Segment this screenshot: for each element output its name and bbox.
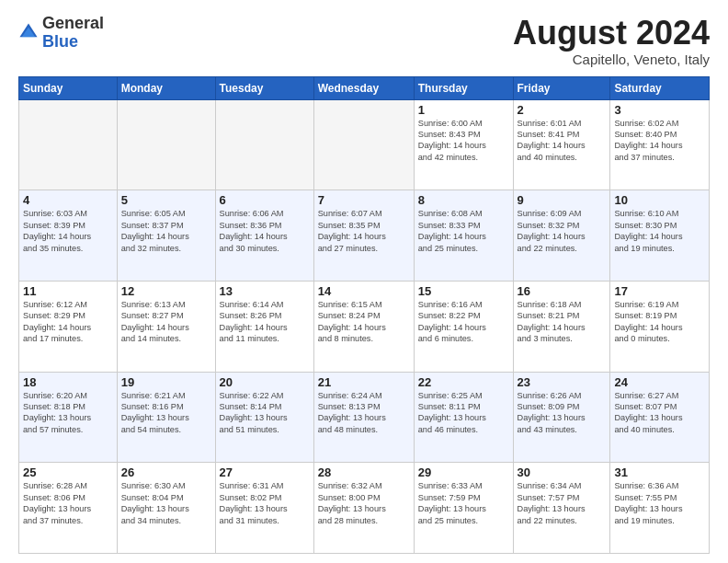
calendar-header: Sunday Monday Tuesday Wednesday Thursday… xyxy=(19,76,710,99)
header: General Blue August 2024 Capitello, Vene… xyxy=(18,15,710,67)
day-number: 10 xyxy=(614,193,705,207)
day-info: Sunrise: 6:16 AM Sunset: 8:22 PM Dayligh… xyxy=(418,299,509,345)
table-row: 12Sunrise: 6:13 AM Sunset: 8:27 PM Dayli… xyxy=(117,281,215,372)
day-number: 24 xyxy=(614,375,705,389)
day-number: 26 xyxy=(121,465,211,479)
table-row: 18Sunrise: 6:20 AM Sunset: 8:18 PM Dayli… xyxy=(19,372,118,463)
day-number: 3 xyxy=(614,103,705,117)
table-row: 24Sunrise: 6:27 AM Sunset: 8:07 PM Dayli… xyxy=(610,372,710,463)
day-info: Sunrise: 6:15 AM Sunset: 8:24 PM Dayligh… xyxy=(318,299,410,345)
day-info: Sunrise: 6:06 AM Sunset: 8:36 PM Dayligh… xyxy=(220,208,310,254)
day-number: 21 xyxy=(318,375,410,389)
table-row xyxy=(313,99,414,190)
day-number: 17 xyxy=(614,284,705,298)
day-info: Sunrise: 6:03 AM Sunset: 8:39 PM Dayligh… xyxy=(23,208,113,254)
table-row: 5Sunrise: 6:05 AM Sunset: 8:37 PM Daylig… xyxy=(117,190,215,282)
day-number: 31 xyxy=(614,465,705,479)
day-info: Sunrise: 6:13 AM Sunset: 8:27 PM Dayligh… xyxy=(121,299,211,345)
day-number: 20 xyxy=(220,375,310,389)
day-info: Sunrise: 6:27 AM Sunset: 8:07 PM Dayligh… xyxy=(614,390,705,436)
day-number: 18 xyxy=(23,375,113,389)
table-row: 27Sunrise: 6:31 AM Sunset: 8:02 PM Dayli… xyxy=(215,463,313,554)
day-number: 8 xyxy=(418,193,509,207)
day-info: Sunrise: 6:24 AM Sunset: 8:13 PM Dayligh… xyxy=(318,390,410,436)
day-info: Sunrise: 6:05 AM Sunset: 8:37 PM Dayligh… xyxy=(121,208,211,254)
day-number: 13 xyxy=(220,284,310,298)
day-number: 11 xyxy=(23,284,113,298)
col-sunday: Sunday xyxy=(19,76,118,99)
day-info: Sunrise: 6:10 AM Sunset: 8:30 PM Dayligh… xyxy=(614,208,705,254)
calendar-body: 1Sunrise: 6:00 AM Sunset: 8:43 PM Daylig… xyxy=(19,99,710,553)
page: General Blue August 2024 Capitello, Vene… xyxy=(0,0,728,563)
day-number: 27 xyxy=(220,465,310,479)
day-info: Sunrise: 6:32 AM Sunset: 8:00 PM Dayligh… xyxy=(318,480,410,526)
day-info: Sunrise: 6:34 AM Sunset: 7:57 PM Dayligh… xyxy=(518,480,607,526)
day-info: Sunrise: 6:12 AM Sunset: 8:29 PM Dayligh… xyxy=(23,299,113,345)
table-row: 4Sunrise: 6:03 AM Sunset: 8:39 PM Daylig… xyxy=(19,190,118,282)
day-info: Sunrise: 6:30 AM Sunset: 8:04 PM Dayligh… xyxy=(121,480,211,526)
day-info: Sunrise: 6:22 AM Sunset: 8:14 PM Dayligh… xyxy=(220,390,310,436)
table-row: 9Sunrise: 6:09 AM Sunset: 8:32 PM Daylig… xyxy=(513,190,610,282)
day-info: Sunrise: 6:21 AM Sunset: 8:16 PM Dayligh… xyxy=(121,390,211,436)
day-number: 1 xyxy=(418,103,509,117)
col-tuesday: Tuesday xyxy=(215,76,313,99)
table-row: 19Sunrise: 6:21 AM Sunset: 8:16 PM Dayli… xyxy=(117,372,215,463)
week-row-2: 11Sunrise: 6:12 AM Sunset: 8:29 PM Dayli… xyxy=(19,281,710,372)
table-row: 22Sunrise: 6:25 AM Sunset: 8:11 PM Dayli… xyxy=(414,372,513,463)
table-row: 30Sunrise: 6:34 AM Sunset: 7:57 PM Dayli… xyxy=(513,463,610,554)
week-row-1: 4Sunrise: 6:03 AM Sunset: 8:39 PM Daylig… xyxy=(19,190,710,282)
day-info: Sunrise: 6:14 AM Sunset: 8:26 PM Dayligh… xyxy=(220,299,310,345)
table-row: 31Sunrise: 6:36 AM Sunset: 7:55 PM Dayli… xyxy=(610,463,710,554)
day-number: 14 xyxy=(318,284,410,298)
logo: General Blue xyxy=(18,15,104,52)
title-block: August 2024 Capitello, Veneto, Italy xyxy=(513,15,710,67)
day-number: 30 xyxy=(518,465,607,479)
day-info: Sunrise: 6:25 AM Sunset: 8:11 PM Dayligh… xyxy=(418,390,509,436)
logo-blue: Blue xyxy=(42,32,78,51)
table-row: 26Sunrise: 6:30 AM Sunset: 8:04 PM Dayli… xyxy=(117,463,215,554)
day-info: Sunrise: 6:36 AM Sunset: 7:55 PM Dayligh… xyxy=(614,480,705,526)
day-info: Sunrise: 6:01 AM Sunset: 8:41 PM Dayligh… xyxy=(518,118,607,164)
day-info: Sunrise: 6:31 AM Sunset: 8:02 PM Dayligh… xyxy=(220,480,310,526)
col-thursday: Thursday xyxy=(414,76,513,99)
table-row: 14Sunrise: 6:15 AM Sunset: 8:24 PM Dayli… xyxy=(313,281,414,372)
day-number: 9 xyxy=(518,193,607,207)
day-number: 19 xyxy=(121,375,211,389)
day-number: 5 xyxy=(121,193,211,207)
day-number: 25 xyxy=(23,465,113,479)
week-row-3: 18Sunrise: 6:20 AM Sunset: 8:18 PM Dayli… xyxy=(19,372,710,463)
table-row xyxy=(117,99,215,190)
col-monday: Monday xyxy=(117,76,215,99)
day-info: Sunrise: 6:18 AM Sunset: 8:21 PM Dayligh… xyxy=(518,299,607,345)
day-info: Sunrise: 6:28 AM Sunset: 8:06 PM Dayligh… xyxy=(23,480,113,526)
day-info: Sunrise: 6:26 AM Sunset: 8:09 PM Dayligh… xyxy=(518,390,607,436)
table-row: 6Sunrise: 6:06 AM Sunset: 8:36 PM Daylig… xyxy=(215,190,313,282)
day-number: 29 xyxy=(418,465,509,479)
day-number: 6 xyxy=(220,193,310,207)
day-number: 23 xyxy=(518,375,607,389)
col-wednesday: Wednesday xyxy=(313,76,414,99)
table-row: 7Sunrise: 6:07 AM Sunset: 8:35 PM Daylig… xyxy=(313,190,414,282)
day-info: Sunrise: 6:09 AM Sunset: 8:32 PM Dayligh… xyxy=(518,208,607,254)
logo-general: General xyxy=(42,14,104,32)
month-title: August 2024 xyxy=(513,15,710,52)
table-row: 2Sunrise: 6:01 AM Sunset: 8:41 PM Daylig… xyxy=(513,99,610,190)
logo-text: General Blue xyxy=(42,15,104,52)
header-row: Sunday Monday Tuesday Wednesday Thursday… xyxy=(19,76,710,99)
day-info: Sunrise: 6:08 AM Sunset: 8:33 PM Dayligh… xyxy=(418,208,509,254)
table-row: 29Sunrise: 6:33 AM Sunset: 7:59 PM Dayli… xyxy=(414,463,513,554)
table-row: 20Sunrise: 6:22 AM Sunset: 8:14 PM Dayli… xyxy=(215,372,313,463)
col-saturday: Saturday xyxy=(610,76,710,99)
table-row: 17Sunrise: 6:19 AM Sunset: 8:19 PM Dayli… xyxy=(610,281,710,372)
day-number: 15 xyxy=(418,284,509,298)
day-number: 2 xyxy=(518,103,607,117)
day-number: 28 xyxy=(318,465,410,479)
table-row: 13Sunrise: 6:14 AM Sunset: 8:26 PM Dayli… xyxy=(215,281,313,372)
table-row: 11Sunrise: 6:12 AM Sunset: 8:29 PM Dayli… xyxy=(19,281,118,372)
day-info: Sunrise: 6:33 AM Sunset: 7:59 PM Dayligh… xyxy=(418,480,509,526)
table-row xyxy=(19,99,118,190)
table-row: 16Sunrise: 6:18 AM Sunset: 8:21 PM Dayli… xyxy=(513,281,610,372)
logo-icon xyxy=(18,22,39,42)
table-row: 3Sunrise: 6:02 AM Sunset: 8:40 PM Daylig… xyxy=(610,99,710,190)
subtitle: Capitello, Veneto, Italy xyxy=(513,52,710,67)
